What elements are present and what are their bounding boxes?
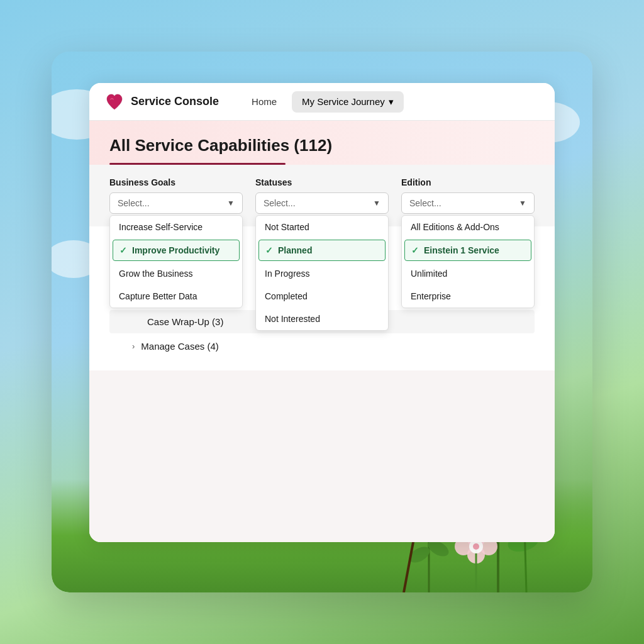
statuses-item-3[interactable]: Completed — [256, 285, 388, 308]
statuses-select[interactable]: Select... ▼ — [255, 192, 389, 214]
edition-select[interactable]: Select... ▼ — [401, 192, 535, 214]
chevron-right-manage-cases: › — [132, 341, 135, 351]
brand-name: Service Console — [131, 95, 219, 108]
statuses-item-1-label: Planned — [278, 245, 312, 255]
edition-label: Edition — [401, 177, 535, 187]
edition-arrow: ▼ — [519, 199, 526, 208]
statuses-arrow: ▼ — [373, 199, 380, 208]
brand: Service Console — [104, 92, 219, 112]
nav-items: Home My Service Journey ▾ — [239, 91, 404, 113]
edition-item-0[interactable]: All Editions & Add-Ons — [402, 216, 534, 238]
edition-item-1[interactable]: ✓ Einstein 1 Service — [404, 240, 531, 261]
business-goals-dropdown: Increase Self-Service ✓ Improve Producti… — [109, 215, 243, 308]
chevron-down-icon: ▾ — [389, 96, 394, 108]
case-wrapup-label: Case Wrap-Up (3) — [147, 316, 223, 327]
page-title: All Service Capabilities (112) — [109, 136, 535, 155]
heart-icon — [104, 92, 125, 112]
page-header: All Service Capabilities (112) — [89, 121, 555, 165]
business-goals-placeholder: Select... — [118, 198, 150, 208]
nav-bar: Service Console Home My Service Journey … — [89, 83, 555, 121]
main-card: Service Console Home My Service Journey … — [89, 83, 555, 542]
statuses-item-2[interactable]: In Progress — [256, 262, 388, 285]
business-goals-arrow: ▼ — [227, 199, 235, 208]
edition-filter: Edition Select... ▼ All Editions & Add-O… — [401, 177, 535, 214]
business-goals-label: Business Goals — [109, 177, 243, 187]
statuses-item-1[interactable]: ✓ Planned — [258, 240, 386, 261]
outer-container: Service Console Home My Service Journey … — [52, 52, 592, 592]
svg-line-3 — [404, 542, 413, 592]
nav-item-journey[interactable]: My Service Journey ▾ — [292, 91, 404, 113]
result-manage-cases[interactable]: › Manage Cases (4) — [109, 335, 535, 358]
statuses-label: Statuses — [255, 177, 389, 187]
check-icon-status: ✓ — [265, 245, 273, 255]
statuses-item-0[interactable]: Not Started — [256, 216, 388, 238]
edition-dropdown: All Editions & Add-Ons ✓ Einstein 1 Serv… — [401, 215, 535, 308]
filters-section: Business Goals Select... ▼ Increase Self… — [89, 165, 555, 226]
edition-item-2[interactable]: Unlimited — [402, 262, 534, 285]
business-goals-item-2[interactable]: Grow the Business — [110, 262, 242, 285]
edition-placeholder: Select... — [409, 198, 441, 208]
statuses-dropdown: Not Started ✓ Planned In Progress Comple… — [255, 215, 389, 331]
business-goals-item-0[interactable]: Increase Self-Service — [110, 216, 242, 238]
business-goals-filter: Business Goals Select... ▼ Increase Self… — [109, 177, 243, 214]
statuses-item-4[interactable]: Not Interested — [256, 308, 388, 330]
svg-point-28 — [473, 543, 479, 550]
business-goals-item-1[interactable]: ✓ Improve Productivity — [113, 240, 240, 261]
check-icon-edition: ✓ — [411, 245, 419, 255]
edition-item-1-label: Einstein 1 Service — [424, 245, 499, 255]
manage-cases-label: Manage Cases (4) — [141, 341, 218, 352]
business-goals-select[interactable]: Select... ▼ — [109, 192, 243, 214]
check-icon-business: ✓ — [119, 245, 127, 255]
nav-item-journey-label: My Service Journey — [302, 96, 385, 107]
edition-item-3[interactable]: Enterprise — [402, 285, 534, 308]
content-area: All Service Capabilities (112) Business … — [89, 121, 555, 542]
business-goals-item-3[interactable]: Capture Better Data — [110, 285, 242, 308]
nav-item-home[interactable]: Home — [239, 91, 289, 112]
statuses-placeholder: Select... — [264, 198, 296, 208]
statuses-filter: Statuses Select... ▼ Not Started ✓ Plann… — [255, 177, 389, 214]
business-goals-item-1-label: Improve Productivity — [132, 245, 219, 255]
